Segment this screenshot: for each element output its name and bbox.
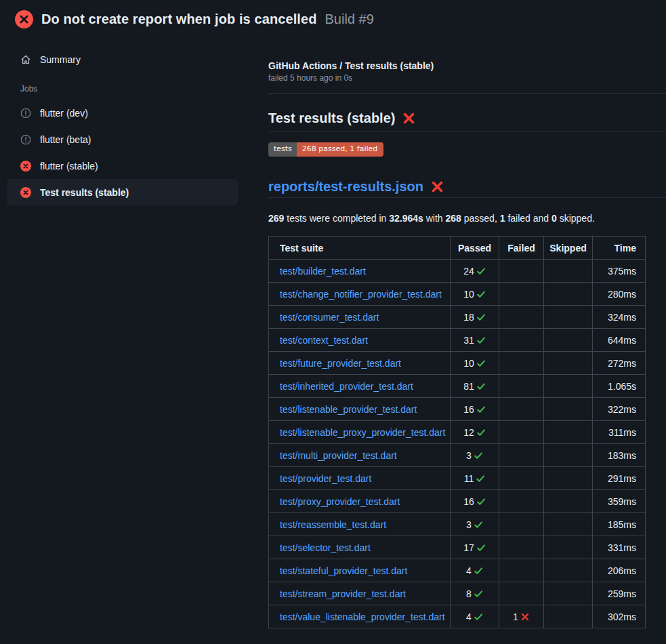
column-header-failed: Failed <box>499 237 544 260</box>
x-circle-icon <box>20 187 31 198</box>
test-suite-link[interactable]: test/reassemble_test.dart <box>280 519 386 530</box>
sidebar-item-label: flutter (stable) <box>40 161 98 172</box>
test-suite-link[interactable]: test/builder_test.dart <box>280 266 366 277</box>
test-suite-link[interactable]: test/stream_provider_test.dart <box>280 588 406 599</box>
skipped-cell <box>544 444 593 467</box>
failed-cell <box>499 375 544 398</box>
x-icon <box>402 112 415 125</box>
test-suite-link[interactable]: test/inherited_provider_test.dart <box>280 381 413 392</box>
passed-count: 16 <box>463 496 474 507</box>
table-row: test/reassemble_test.dart3185ms <box>269 513 646 536</box>
time-cell: 183ms <box>593 444 646 467</box>
test-suite-cell: test/change_notifier_provider_test.dart <box>269 283 451 306</box>
x-icon <box>431 180 444 193</box>
time-cell: 280ms <box>593 283 646 306</box>
run-build-number: Build #9 <box>325 12 374 27</box>
passed-count: 17 <box>463 542 474 553</box>
table-row: test/stateful_provider_test.dart4206ms <box>269 559 646 582</box>
table-row: test/inherited_provider_test.dart811.065… <box>269 375 646 398</box>
failed-cell <box>499 329 544 352</box>
check-icon <box>476 336 486 345</box>
failed-cell <box>499 513 544 536</box>
failed-cell: 1 <box>499 605 544 628</box>
column-header-time: Time <box>593 237 646 260</box>
test-suite-cell: test/multi_provider_test.dart <box>269 444 451 467</box>
table-row: test/value_listenable_provider_test.dart… <box>269 605 646 628</box>
time-cell: 359ms <box>593 490 646 513</box>
passed-cell: 81 <box>451 375 499 398</box>
test-suite-link[interactable]: test/context_test.dart <box>280 335 368 346</box>
test-suite-cell: test/reassemble_test.dart <box>269 513 451 536</box>
breadcrumb: GitHub Actions / Test results (stable) <box>268 60 666 71</box>
test-suite-cell: test/value_listenable_provider_test.dart <box>269 605 451 628</box>
test-suite-link[interactable]: test/value_listenable_provider_test.dart <box>280 611 445 622</box>
table-row: test/change_notifier_provider_test.dart1… <box>269 283 646 306</box>
passed-cell: 4 <box>451 605 499 628</box>
check-icon <box>476 497 486 506</box>
test-suite-link[interactable]: test/consumer_test.dart <box>280 312 379 323</box>
time-cell: 311ms <box>593 421 646 444</box>
failed-cell <box>499 260 544 283</box>
stop-icon <box>20 134 31 145</box>
failed-cell <box>499 421 544 444</box>
test-suite-cell: test/stateful_provider_test.dart <box>269 559 451 582</box>
x-circle-icon <box>15 10 33 28</box>
failed-cell <box>499 398 544 421</box>
passed-cell: 4 <box>451 559 499 582</box>
test-suite-link[interactable]: test/selector_test.dart <box>280 542 371 553</box>
failed-cell <box>499 283 544 306</box>
sidebar-item-flutter-dev[interactable]: flutter (dev) <box>7 100 238 126</box>
test-suite-link[interactable]: test/change_notifier_provider_test.dart <box>280 289 442 300</box>
passed-cell: 11 <box>451 467 499 490</box>
passed-cell: 10 <box>451 283 499 306</box>
check-icon <box>476 289 486 299</box>
check-icon <box>474 451 483 460</box>
skipped-cell <box>544 283 593 306</box>
test-suite-link[interactable]: test/listenable_proxy_provider_test.dart <box>280 427 445 438</box>
check-icon <box>476 266 486 276</box>
passed-count: 12 <box>463 427 474 438</box>
passed-count: 10 <box>463 358 474 369</box>
table-row: test/listenable_proxy_provider_test.dart… <box>269 421 646 444</box>
sidebar-item-flutter-stable[interactable]: flutter (stable) <box>7 153 238 179</box>
test-suite-link[interactable]: test/multi_provider_test.dart <box>280 450 397 461</box>
sidebar-item-summary[interactable]: Summary <box>7 46 238 73</box>
time-cell: 322ms <box>593 398 646 421</box>
passed-count: 31 <box>463 335 474 346</box>
table-row: test/listenable_provider_test.dart16322m… <box>269 398 646 421</box>
home-icon <box>20 54 31 65</box>
test-suite-link[interactable]: test/provider_test.dart <box>280 473 371 484</box>
check-icon <box>476 313 486 322</box>
check-icon <box>476 543 486 552</box>
passed-count: 3 <box>466 450 472 461</box>
sidebar-jobs-list: flutter (dev)flutter (beta)flutter (stab… <box>0 100 257 205</box>
check-icon <box>476 474 485 483</box>
test-suite-link[interactable]: test/future_provider_test.dart <box>280 358 401 369</box>
divider <box>268 93 666 94</box>
passed-count: 4 <box>466 611 472 622</box>
test-suite-link[interactable]: test/proxy_provider_test.dart <box>280 496 400 507</box>
time-cell: 185ms <box>593 513 646 536</box>
skipped-cell <box>544 490 593 513</box>
results-table: Test suite Passed Failed Skipped Time te… <box>268 236 646 628</box>
sidebar-item-test-results-stable[interactable]: Test results (stable) <box>7 179 238 205</box>
x-circle-icon <box>20 161 31 172</box>
passed-count: 81 <box>463 381 474 392</box>
summary-line: 269 tests were completed in 32.964s with… <box>268 212 666 225</box>
table-row: test/context_test.dart31644ms <box>269 329 646 352</box>
test-suite-link[interactable]: test/stateful_provider_test.dart <box>280 565 407 576</box>
table-header-row: Test suite Passed Failed Skipped Time <box>269 237 646 260</box>
report-file-link[interactable]: reports/test-results.json <box>268 177 423 196</box>
passed-cell: 16 <box>451 398 499 421</box>
sidebar: Summary Jobs flutter (dev)flutter (beta)… <box>0 35 257 205</box>
failed-cell <box>499 490 544 513</box>
passed-cell: 24 <box>451 260 499 283</box>
passed-cell: 3 <box>451 513 499 536</box>
test-suite-link[interactable]: test/listenable_provider_test.dart <box>280 404 417 415</box>
sidebar-item-label: Test results (stable) <box>40 187 129 198</box>
skipped-cell <box>544 605 593 628</box>
table-row: test/future_provider_test.dart10272ms <box>269 352 646 375</box>
test-suite-cell: test/consumer_test.dart <box>269 306 451 329</box>
sidebar-item-flutter-beta[interactable]: flutter (beta) <box>7 126 238 153</box>
test-suite-cell: test/context_test.dart <box>269 329 451 352</box>
